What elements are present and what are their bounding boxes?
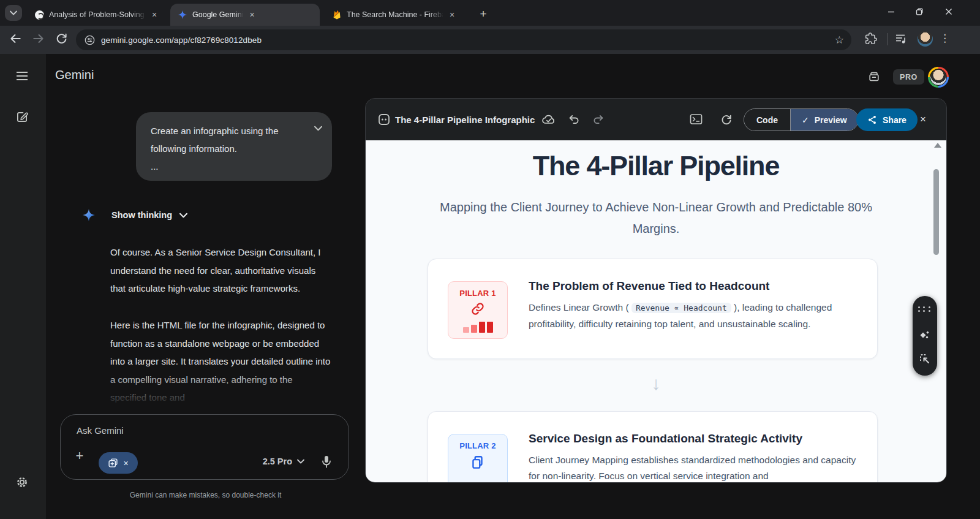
activity-archive-icon[interactable]: [867, 70, 881, 83]
show-thinking-toggle[interactable]: Show thinking: [82, 208, 187, 222]
canvas-doc-icon: [378, 113, 390, 126]
select-element-icon[interactable]: [918, 352, 931, 365]
disclaimer-text: Gemini can make mistakes, so double-chec…: [46, 491, 365, 499]
pillar-1-title: The Problem of Revenue Tied to Headcount: [529, 279, 769, 293]
console-icon[interactable]: [690, 113, 703, 125]
model-label: 2.5 Pro: [263, 456, 292, 466]
model-picker[interactable]: 2.5 Pro: [263, 456, 304, 466]
tab-title: Google Gemini: [192, 10, 243, 19]
canvas-preview: The 4-Pillar Pipeline Mapping the Client…: [366, 140, 946, 482]
model-chevron-icon: [297, 459, 304, 464]
close-canvas-icon[interactable]: ×: [920, 113, 926, 126]
user-message-ellipsis: ...: [151, 161, 159, 172]
reload-button[interactable]: [55, 32, 69, 45]
share-icon: [867, 115, 877, 125]
scrollbar-up-arrow[interactable]: [934, 143, 941, 148]
canvas-doc-title[interactable]: The 4-Pillar Pipeline Infographic: [395, 115, 535, 125]
bookmark-star-icon[interactable]: ☆: [835, 34, 844, 47]
extensions-icon[interactable]: [865, 32, 877, 45]
response-paragraph: Of course. As a Senior Service Design Co…: [110, 243, 331, 298]
new-tab-button[interactable]: +: [475, 6, 491, 22]
show-thinking-chevron-icon: [179, 213, 187, 218]
drag-handle-dots-icon[interactable]: [918, 306, 932, 312]
tab-title: The Search Machine - Firebase: [347, 10, 443, 19]
forward-button[interactable]: [32, 32, 45, 45]
toolbar-divider: [887, 33, 888, 45]
microphone-icon[interactable]: [320, 455, 333, 469]
mini-bar-chart-icon: [463, 322, 493, 333]
expand-message-chevron-icon[interactable]: [314, 126, 322, 131]
tab-favicon-gemini-icon: [178, 10, 187, 20]
canvas-tool-chip[interactable]: ×: [99, 452, 138, 474]
tab-close-icon[interactable]: ×: [151, 10, 158, 20]
main-menu-icon[interactable]: [16, 71, 28, 81]
show-thinking-label: Show thinking: [111, 210, 172, 220]
code-preview-toggle: Code ✓ Preview: [744, 108, 859, 131]
link-icon: [470, 301, 485, 316]
tab-google-gemini[interactable]: Google Gemini ×: [170, 4, 320, 26]
infographic-subtitle: Mapping the Client Journey to Achieve No…: [423, 197, 889, 240]
user-message-text: Create an infographic using the followin…: [151, 126, 278, 154]
tab-close-icon[interactable]: ×: [248, 10, 255, 20]
infographic-title: The 4-Pillar Pipeline: [366, 150, 946, 182]
url-text: gemini.google.com/app/cf82769c8012dbeb: [101, 36, 262, 45]
pillar-2-badge: PILLAR 2: [448, 434, 508, 482]
plan-badge[interactable]: PRO: [893, 69, 924, 85]
window-close-button[interactable]: [935, 0, 963, 23]
layers-icon: [470, 454, 486, 471]
tab-close-icon[interactable]: ×: [448, 10, 456, 20]
share-button[interactable]: Share: [856, 108, 918, 131]
check-icon: ✓: [802, 115, 809, 125]
pillar-2-card: PILLAR 2 Service Design as Foundational …: [428, 411, 878, 482]
back-button[interactable]: [9, 32, 22, 45]
pillar-1-badge-label: PILLAR 1: [459, 289, 496, 298]
pillar-2-title: Service Design as Foundational Strategic…: [529, 432, 802, 445]
ask-gemini-input[interactable]: [75, 425, 259, 436]
refresh-preview-icon[interactable]: [720, 113, 733, 126]
site-info-icon[interactable]: [85, 35, 95, 45]
pillar-2-body: Client Journey Mapping establishes stand…: [529, 452, 862, 482]
account-avatar[interactable]: [928, 67, 949, 88]
media-controls-icon[interactable]: [895, 34, 907, 44]
pillar-1-badge: PILLAR 1: [448, 281, 508, 339]
tab-analysis[interactable]: Analysis of Problem-Solving an ×: [27, 4, 168, 26]
new-chat-icon[interactable]: [16, 110, 29, 123]
scrollbar-thumb[interactable]: [933, 169, 939, 255]
settings-gear-icon[interactable]: [16, 476, 28, 488]
sparkle-edit-icon[interactable]: [918, 328, 932, 342]
browser-menu-icon[interactable]: ⋮: [940, 32, 950, 45]
window-minimize-button[interactable]: [877, 0, 905, 23]
cloud-saved-icon: [541, 113, 556, 126]
undo-icon[interactable]: [568, 113, 580, 125]
code-tab[interactable]: Code: [744, 109, 791, 131]
prompt-input-box[interactable]: + × 2.5 Pro: [60, 414, 349, 480]
preview-tab[interactable]: ✓ Preview: [791, 109, 858, 131]
remove-tool-icon[interactable]: ×: [123, 458, 128, 468]
user-message-bubble[interactable]: Create an infographic using the followin…: [136, 112, 332, 181]
canvas-tool-icon: [108, 458, 118, 468]
add-attachment-icon[interactable]: +: [72, 449, 87, 463]
gemini-sparkle-icon: [82, 208, 96, 222]
browser-window: Analysis of Problem-Solving an × Google …: [0, 0, 980, 519]
tab-favicon-analysis-icon: [34, 10, 44, 20]
tab-title: Analysis of Problem-Solving an: [49, 10, 146, 19]
address-bar[interactable]: gemini.google.com/app/cf82769c8012dbeb ☆: [76, 29, 851, 50]
browser-profile-avatar[interactable]: [918, 31, 933, 47]
canvas-floating-toolbar: [913, 296, 937, 376]
canvas-header: The 4-Pillar Pipeline Infographic Code ✓: [366, 99, 946, 140]
formula-chip: Revenue ∝ Headcount: [631, 303, 731, 313]
chat-fade-overlay: [47, 373, 364, 415]
tab-search-button[interactable]: [5, 5, 22, 21]
tab-favicon-firebase-icon: [332, 10, 342, 20]
tab-search-machine[interactable]: The Search Machine - Firebase ×: [325, 4, 467, 26]
pillar-2-badge-label: PILLAR 2: [459, 441, 496, 450]
tab-strip: Analysis of Problem-Solving an × Google …: [0, 0, 980, 26]
pillar-1-card: PILLAR 1 The Problem of Revenue Tied to …: [428, 259, 878, 359]
window-maximize-button[interactable]: [905, 0, 933, 23]
redo-icon[interactable]: [592, 113, 605, 125]
flow-down-arrow-icon: ↓: [366, 373, 946, 394]
pillar-1-body: Defines Linear Growth ( Revenue ∝ Headco…: [529, 300, 862, 331]
gemini-sidebar: [0, 54, 46, 519]
canvas-panel: The 4-Pillar Pipeline Infographic Code ✓: [365, 98, 947, 483]
app-title: Gemini: [55, 68, 94, 82]
